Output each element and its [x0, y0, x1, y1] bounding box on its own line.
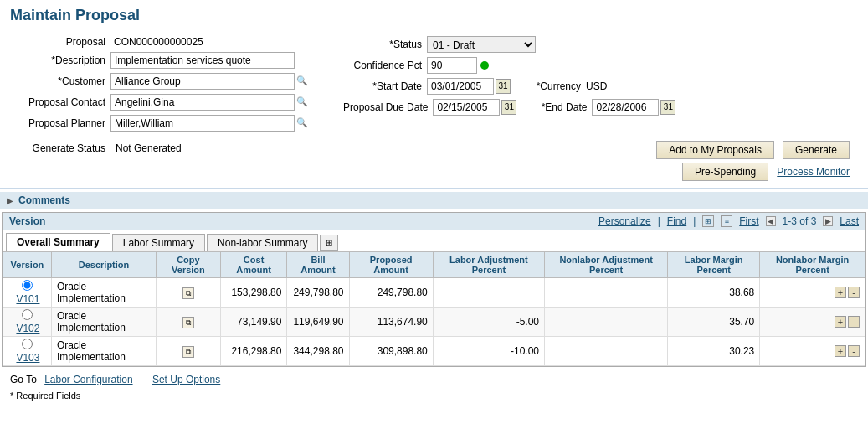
version-value: V103: [16, 352, 39, 364]
status-label: *Status: [343, 39, 427, 50]
footer-links: Go To Labor Configuration Set Up Options: [0, 367, 868, 389]
col-nonlabor-adj-pct: Nonlabor Adjustment Percent: [545, 252, 668, 278]
proposed-amount-cell: 249,798.80: [349, 278, 433, 308]
tab-overall-summary[interactable]: Overall Summary: [6, 233, 110, 251]
proposal-label: Proposal: [10, 36, 110, 48]
version-value: V102: [16, 323, 39, 334]
end-date-label: *End Date: [533, 101, 592, 113]
cost-amount-cell: 216,298.80: [220, 337, 287, 366]
proposal-contact-label: Proposal Contact: [10, 96, 110, 108]
nav-prev-icon[interactable]: ◀: [766, 216, 776, 226]
table-row: V103 Oracle Implementation ⧉ 216,298.80 …: [3, 337, 865, 366]
setup-options-link[interactable]: Set Up Options: [152, 374, 220, 385]
bottom-buttons-row: Pre-Spending Process Monitor: [682, 163, 850, 181]
add-row-icon[interactable]: +: [835, 287, 846, 298]
labor-margin-pct-cell: 30.23: [668, 337, 760, 366]
copy-icon[interactable]: ⧉: [182, 317, 194, 328]
start-date-calendar-icon[interactable]: 31: [496, 79, 511, 94]
proposal-contact-lookup-icon[interactable]: [296, 96, 310, 109]
start-date-input[interactable]: [427, 78, 494, 95]
right-form: *Status 01 - Draft Confidence Pct *Start…: [310, 36, 858, 136]
generate-button[interactable]: Generate: [783, 141, 850, 159]
form-area: Proposal CON000000000025 *Description *C…: [0, 31, 868, 184]
col-cost-amount: Cost Amount: [220, 252, 287, 278]
remove-row-icon[interactable]: -: [848, 287, 860, 298]
row-radio-cell[interactable]: V102: [3, 308, 52, 337]
version-section-title: Version: [9, 215, 45, 227]
version-value: V101: [16, 293, 39, 305]
generate-buttons-area: Generate Status Not Generated Add to My …: [10, 141, 858, 181]
description-label: *Description: [10, 54, 110, 66]
bill-amount-cell: 119,649.90: [287, 308, 349, 337]
version-radio[interactable]: [22, 280, 33, 291]
personalize-link[interactable]: Personalize: [598, 215, 651, 227]
version-table: Version Description Copy Version Cost Am…: [3, 251, 865, 366]
col-description: Description: [51, 252, 156, 278]
end-date-calendar-icon[interactable]: 31: [660, 100, 675, 115]
customer-lookup-icon[interactable]: [296, 75, 310, 88]
remove-row-icon[interactable]: -: [848, 316, 860, 328]
customer-input[interactable]: [110, 73, 295, 90]
version-header: Version Personalize | Find | ⊞ ≡ First ◀…: [3, 213, 865, 230]
nav-next-icon[interactable]: ▶: [823, 216, 833, 226]
copy-icon[interactable]: ⧉: [182, 346, 194, 358]
status-select[interactable]: 01 - Draft: [427, 36, 536, 53]
labor-margin-pct-cell: 38.68: [668, 278, 760, 308]
proposal-planner-lookup-icon[interactable]: [296, 116, 310, 130]
confidence-indicator: [480, 61, 489, 70]
comments-section[interactable]: ▶ Comments: [0, 192, 868, 209]
copy-version-cell[interactable]: ⧉: [157, 308, 221, 337]
version-radio[interactable]: [22, 339, 33, 349]
copy-icon[interactable]: ⧉: [182, 287, 194, 299]
comments-arrow-icon: ▶: [7, 196, 13, 205]
row-radio-cell[interactable]: V103: [3, 337, 52, 366]
top-buttons-row: Add to My Proposals Generate: [656, 141, 850, 159]
divider-1: [0, 188, 868, 189]
nonlabor-margin-pct-cell[interactable]: + -: [760, 308, 865, 337]
version-radio[interactable]: [22, 309, 33, 320]
col-version: Version: [3, 252, 52, 278]
col-labor-adj-pct: Labor Adjustment Percent: [433, 252, 544, 278]
grid-icon[interactable]: ⊞: [702, 215, 714, 227]
add-to-proposals-button[interactable]: Add to My Proposals: [656, 141, 774, 159]
proposed-amount-cell: 113,674.90: [349, 308, 433, 337]
nav-first[interactable]: First: [739, 215, 758, 227]
cost-amount-cell: 73,149.90: [220, 308, 287, 337]
generate-status-value: Not Generated: [116, 142, 182, 154]
version-nav: Personalize | Find | ⊞ ≡ First ◀ 1-3 of …: [598, 215, 859, 227]
list-icon[interactable]: ≡: [721, 215, 732, 227]
process-monitor-link[interactable]: Process Monitor: [777, 166, 850, 178]
row-radio-cell[interactable]: V101: [3, 278, 52, 308]
nav-last[interactable]: Last: [840, 215, 859, 227]
add-row-icon[interactable]: +: [835, 316, 846, 328]
proposal-planner-input[interactable]: [110, 115, 295, 132]
confidence-label: Confidence Pct: [343, 59, 427, 71]
cost-amount-cell: 153,298.80: [220, 278, 287, 308]
bill-amount-cell: 344,298.80: [287, 337, 349, 366]
proposal-contact-input[interactable]: [110, 94, 295, 111]
confidence-input[interactable]: [427, 57, 477, 74]
col-bill-amount: Bill Amount: [287, 252, 349, 278]
find-link[interactable]: Find: [667, 215, 686, 227]
end-date-input[interactable]: [592, 99, 659, 116]
pre-spending-button[interactable]: Pre-Spending: [682, 163, 768, 181]
nonlabor-margin-pct-cell[interactable]: + -: [760, 337, 865, 366]
due-date-calendar-icon[interactable]: 31: [501, 100, 516, 115]
add-row-icon[interactable]: +: [835, 345, 846, 357]
description-input[interactable]: [110, 52, 295, 69]
labor-adj-pct-cell: -5.00: [433, 308, 544, 337]
due-date-input[interactable]: [433, 99, 500, 116]
col-copy-version: Copy Version: [157, 252, 221, 278]
copy-version-cell[interactable]: ⧉: [157, 278, 221, 308]
status-row: *Status 01 - Draft: [343, 36, 858, 53]
labor-config-link[interactable]: Labor Configuration: [44, 374, 132, 385]
nonlabor-margin-pct-cell[interactable]: + -: [760, 278, 865, 308]
tab-more-icon[interactable]: ⊞: [320, 235, 338, 251]
customer-label: *Customer: [10, 75, 110, 87]
tab-labor-summary[interactable]: Labor Summary: [112, 234, 205, 251]
copy-version-cell[interactable]: ⧉: [157, 337, 221, 366]
tab-nonlabor-summary[interactable]: Non-labor Summary: [207, 234, 318, 251]
remove-row-icon[interactable]: -: [848, 345, 860, 357]
currency-value: USD: [586, 80, 607, 92]
proposal-planner-row: Proposal Planner: [10, 115, 310, 132]
